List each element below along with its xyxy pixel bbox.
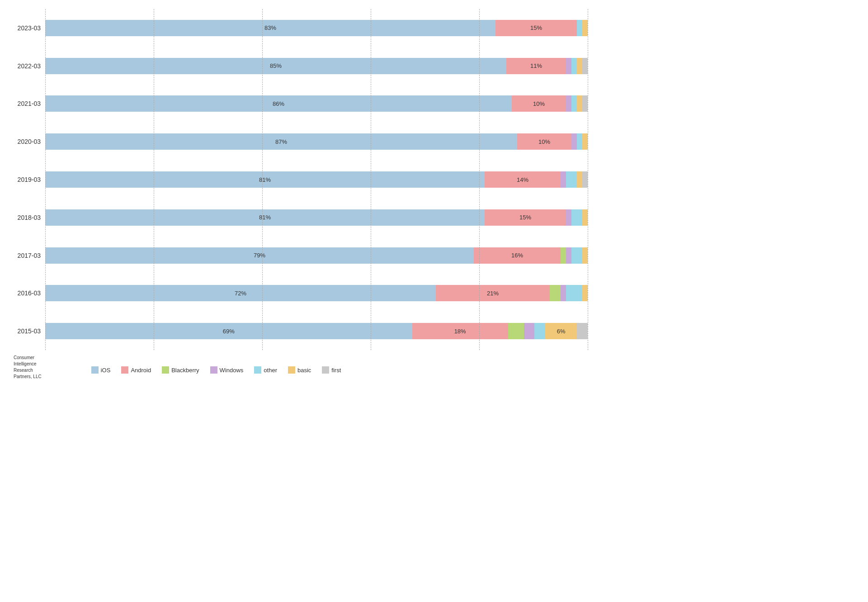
row-label-2018-03: 2018-03 xyxy=(9,214,45,221)
segment-ios-2019-03: 81% xyxy=(45,171,485,188)
legend-swatch-blackberry xyxy=(162,366,169,374)
segment-blackberry-2017-03 xyxy=(561,247,566,264)
segment-windows-2018-03 xyxy=(566,209,571,226)
segment-android-2017-03: 16% xyxy=(474,247,561,264)
row-label-2019-03: 2019-03 xyxy=(9,176,45,183)
bar-2015-03: 69%18%6% xyxy=(45,323,588,339)
bar-container-2019-03: 81%14%1%2% xyxy=(45,171,588,188)
bar-2022-03: 85%11% xyxy=(45,58,588,74)
segment-windows-2015-03 xyxy=(524,323,535,339)
segment-windows-2022-03 xyxy=(566,58,571,74)
segment-label-ios-2023-03: 83% xyxy=(264,24,276,31)
legend-item-other: other xyxy=(254,366,277,374)
segment-other-2015-03 xyxy=(534,323,545,339)
row-label-2016-03: 2016-03 xyxy=(9,289,45,297)
bar-container-2020-03: 87%10%1%1% xyxy=(45,133,588,150)
segment-ios-2022-03: 85% xyxy=(45,58,506,74)
segment-label-android-2020-03: 10% xyxy=(538,138,550,145)
segment-android-2021-03: 10% xyxy=(512,95,566,112)
legend-label-ios: iOS xyxy=(101,367,111,374)
chart-row-2023-03: 2023-0383%15%1% xyxy=(9,9,588,47)
segment-basic-2016-03 xyxy=(582,285,588,301)
chart-container: 2023-0383%15%1%2022-0385%11%1%1%2021-038… xyxy=(9,9,588,380)
row-label-2021-03: 2021-03 xyxy=(9,100,45,107)
cirp-subtitle: Consumer Intelligence Research Partners,… xyxy=(14,355,42,380)
segment-label-ios-2016-03: 72% xyxy=(235,290,246,297)
bar-container-2022-03: 85%11%1%1% xyxy=(45,58,588,74)
bar-2017-03: 79%16% xyxy=(45,247,588,264)
segment-label-android-2018-03: 15% xyxy=(519,214,531,221)
chart-row-2020-03: 2020-0387%10%1%1% xyxy=(9,123,588,161)
legend-label-windows: Windows xyxy=(220,367,244,374)
segment-first-2021-03 xyxy=(582,95,588,112)
segment-windows-2017-03 xyxy=(566,247,571,264)
segment-label-ios-2021-03: 86% xyxy=(273,100,284,107)
segment-basic-2022-03 xyxy=(577,58,582,74)
segment-label-android-2023-03: 15% xyxy=(530,24,542,31)
legend-item-windows: Windows xyxy=(210,366,244,374)
segment-other-2017-03 xyxy=(571,247,582,264)
segment-basic-2018-03 xyxy=(582,209,588,226)
bar-2019-03: 81%14% xyxy=(45,171,588,188)
segment-other-2022-03 xyxy=(571,58,577,74)
segment-label-android-2016-03: 21% xyxy=(487,290,499,297)
chart-row-2018-03: 2018-0381%15%2%1% xyxy=(9,199,588,237)
segment-android-2022-03: 11% xyxy=(506,58,566,74)
row-label-2015-03: 2015-03 xyxy=(9,327,45,335)
bar-container-2021-03: 86%10%2%1% xyxy=(45,95,588,112)
segment-label-android-2019-03: 14% xyxy=(517,176,528,183)
grid-line xyxy=(588,9,588,350)
bar-2020-03: 87%10% xyxy=(45,133,588,150)
segment-android-2019-03: 14% xyxy=(485,171,561,188)
legend-item-android: Android xyxy=(121,366,151,374)
chart-row-2021-03: 2021-0386%10%2%1% xyxy=(9,85,588,123)
legend-label-basic: basic xyxy=(297,367,311,374)
legend-item-blackberry: Blackberry xyxy=(162,366,199,374)
legend-swatch-ios xyxy=(91,366,99,374)
segment-label-android-2015-03: 18% xyxy=(454,328,466,335)
bottom-section: Consumer Intelligence Research Partners,… xyxy=(9,355,588,380)
bar-container-2023-03: 83%15%1% xyxy=(45,20,588,36)
segment-android-2016-03: 21% xyxy=(436,285,550,301)
segment-basic-2020-03 xyxy=(582,133,588,150)
chart-row-2015-03: 2015-0369%18%6%3%2% xyxy=(9,312,588,350)
segment-android-2018-03: 15% xyxy=(485,209,566,226)
segment-android-2020-03: 10% xyxy=(517,133,571,150)
segment-basic-2021-03 xyxy=(577,95,582,112)
segment-other-2019-03 xyxy=(566,171,577,188)
segment-other-2023-03 xyxy=(577,20,582,36)
segment-label-ios-2022-03: 85% xyxy=(270,62,282,69)
chart-row-2016-03: 2016-0372%21%3%1% xyxy=(9,274,588,312)
segment-label-ios-2018-03: 81% xyxy=(259,214,271,221)
segment-windows-2016-03 xyxy=(561,285,566,301)
legend-item-ios: iOS xyxy=(91,366,111,374)
bar-container-2015-03: 69%18%6%3%2% xyxy=(45,323,588,339)
segment-other-2021-03 xyxy=(571,95,577,112)
segment-label-ios-2019-03: 81% xyxy=(259,176,271,183)
segment-ios-2016-03: 72% xyxy=(45,285,436,301)
segment-windows-2021-03 xyxy=(566,95,571,112)
segment-first-2022-03 xyxy=(582,58,588,74)
segment-ios-2018-03: 81% xyxy=(45,209,485,226)
row-label-2023-03: 2023-03 xyxy=(9,24,45,32)
segment-basic-2023-03 xyxy=(582,20,588,36)
chart-row-2019-03: 2019-0381%14%1%2% xyxy=(9,161,588,199)
row-label-2017-03: 2017-03 xyxy=(9,252,45,259)
segment-label-ios-2020-03: 87% xyxy=(275,138,287,145)
legend-item-first: first xyxy=(322,366,341,374)
segment-label-ios-2017-03: 79% xyxy=(254,252,265,259)
legend-item-basic: basic xyxy=(288,366,311,374)
segment-other-2020-03 xyxy=(577,133,582,150)
segment-ios-2020-03: 87% xyxy=(45,133,517,150)
segment-label-ios-2015-03: 69% xyxy=(223,328,235,335)
bar-2023-03: 83%15% xyxy=(45,20,588,36)
bar-container-2017-03: 79%16%2%1% xyxy=(45,247,588,264)
segment-windows-2019-03 xyxy=(561,171,566,188)
legend-label-other: other xyxy=(264,367,277,374)
legend-swatch-windows xyxy=(210,366,217,374)
legend-label-android: Android xyxy=(131,367,151,374)
segment-android-2023-03: 15% xyxy=(495,20,577,36)
legend-label-first: first xyxy=(331,367,341,374)
legend-swatch-other xyxy=(254,366,261,374)
legend-label-blackberry: Blackberry xyxy=(171,367,199,374)
